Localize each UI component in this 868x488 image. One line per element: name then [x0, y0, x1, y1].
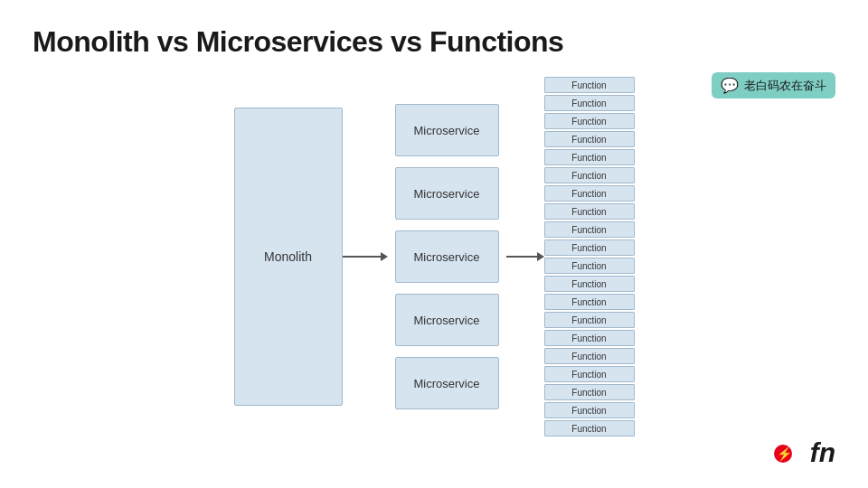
page-title: Monolith vs Microservices vs Functions	[0, 0, 868, 68]
microservice-block-2: Microservice	[395, 230, 499, 283]
microservice-label-0: Microservice	[414, 124, 480, 137]
function-block: Function	[544, 366, 635, 382]
function-block: Function	[544, 294, 635, 310]
function-block: Function	[544, 420, 635, 436]
fn-logo: ⚡ fn	[772, 436, 835, 470]
function-block: Function	[544, 95, 635, 111]
monolith-to-micro-arrow	[343, 252, 388, 261]
function-block: Function	[544, 258, 635, 274]
microservice-block-0: Microservice	[395, 104, 499, 156]
monolith-label: Monolith	[264, 249, 312, 264]
fn-logo-text: fn	[810, 437, 835, 468]
functions-col: Function Function Function Function Func…	[544, 77, 635, 436]
function-block: Function	[544, 239, 635, 256]
microservices-col: Microservice Microservice Microservice M…	[395, 104, 499, 409]
function-block: Function	[544, 167, 635, 183]
microservice-block-3: Microservice	[395, 294, 499, 346]
diagram-area: Monolith Microservice Microservice Micro…	[0, 68, 868, 436]
function-block: Function	[544, 384, 635, 400]
microservice-block-4: Microservice	[395, 357, 499, 409]
function-block: Function	[544, 276, 635, 292]
microservice-label-4: Microservice	[414, 377, 480, 390]
microservice-label-3: Microservice	[414, 314, 480, 327]
fn-rocket-icon: ⚡	[772, 436, 807, 470]
svg-text:⚡: ⚡	[777, 446, 793, 462]
microservice-label-1: Microservice	[414, 187, 480, 201]
function-block: Function	[544, 221, 635, 238]
function-block: Function	[544, 113, 635, 129]
micro-to-fn-arrow	[506, 252, 544, 261]
monolith-block: Monolith	[234, 108, 343, 406]
function-block: Function	[544, 203, 635, 220]
function-block: Function	[544, 348, 635, 364]
function-block: Function	[544, 77, 635, 93]
function-block: Function	[544, 402, 635, 418]
microservice-block-1: Microservice	[395, 167, 499, 220]
microservice-label-2: Microservice	[414, 250, 480, 264]
function-block: Function	[544, 185, 635, 202]
function-block: Function	[544, 149, 635, 165]
function-block: Function	[544, 131, 635, 147]
function-block: Function	[544, 312, 635, 328]
function-block: Function	[544, 330, 635, 346]
